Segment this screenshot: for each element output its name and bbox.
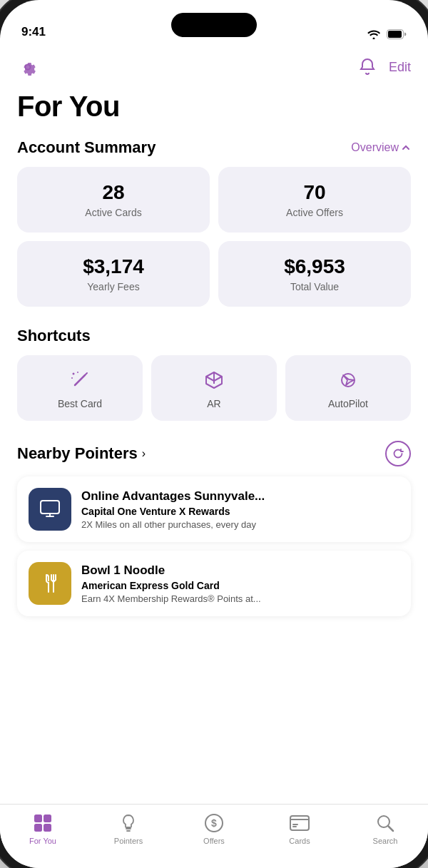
- edit-button[interactable]: Edit: [389, 60, 411, 75]
- active-cards-label: Active Cards: [29, 207, 198, 218]
- battery-icon: [387, 29, 407, 39]
- refresh-button[interactable]: [385, 441, 411, 466]
- tab-bar: For You Pointers $ Offers: [0, 804, 428, 868]
- pointer-info-1: Bowl 1 Noodle American Express Gold Card…: [81, 563, 399, 604]
- yearly-fees-number: $3,174: [29, 255, 198, 278]
- tab-pointers[interactable]: Pointers: [86, 813, 171, 845]
- pointer-icon-0: [29, 488, 71, 531]
- total-value-number: $6,953: [230, 255, 399, 278]
- search-icon: [376, 814, 394, 832]
- wifi-icon: [367, 29, 381, 39]
- pointer-name-0: Online Advantages Sunnyvale...: [81, 489, 399, 504]
- svg-line-3: [85, 373, 87, 375]
- svg-text:$: $: [211, 817, 217, 829]
- svg-rect-1: [388, 31, 402, 38]
- svg-line-2: [75, 375, 85, 385]
- autopilot-shortcut[interactable]: AutoPilot: [285, 355, 411, 421]
- offers-tab-icon: $: [204, 813, 224, 833]
- cards-tab-icon: [290, 813, 310, 833]
- main-content: Edit For You Account Summary Overview 28…: [0, 46, 428, 804]
- fork-icon: [41, 573, 59, 593]
- shortcuts-title: Shortcuts: [17, 327, 91, 344]
- nearby-title-wrap: Nearby Pointers ›: [17, 444, 146, 463]
- pointer-desc-1: Earn 4X Membership Rewards® Points at...: [81, 593, 399, 604]
- pointer-name-1: Bowl 1 Noodle: [81, 563, 399, 578]
- autopilot-icon: [337, 369, 359, 391]
- page-title: For You: [17, 91, 411, 123]
- yearly-fees-card: $3,174 Yearly Fees: [17, 241, 210, 307]
- tab-cards[interactable]: Cards: [257, 813, 342, 845]
- phone-frame: 9:41: [0, 0, 428, 868]
- pointer-info-0: Online Advantages Sunnyvale... Capital O…: [81, 489, 399, 530]
- svg-rect-9: [34, 815, 42, 822]
- svg-point-5: [77, 372, 78, 373]
- active-offers-label: Active Offers: [230, 207, 399, 218]
- search-tab-icon: [375, 813, 395, 833]
- chevron-up-icon: [401, 143, 411, 153]
- tab-for-you[interactable]: For You: [0, 813, 86, 845]
- active-offers-card: 70 Active Offers: [218, 167, 411, 233]
- nearby-title: Nearby Pointers: [17, 444, 138, 463]
- pointer-desc-0: 2X Miles on all other purchases, every d…: [81, 519, 399, 530]
- yearly-fees-label: Yearly Fees: [29, 281, 198, 292]
- pointer-card-0[interactable]: Online Advantages Sunnyvale... Capital O…: [17, 476, 411, 542]
- header-row: Edit: [17, 53, 411, 78]
- account-summary-header: Account Summary Overview: [17, 138, 411, 157]
- account-summary-title: Account Summary: [17, 138, 156, 157]
- shortcuts-grid: Best Card AR AutoPilot: [17, 355, 411, 421]
- pointers-tab-label: Pointers: [114, 837, 143, 845]
- dynamic-island: [171, 13, 257, 37]
- svg-rect-12: [44, 824, 51, 832]
- pointer-card-1[interactable]: Bowl 1 Noodle American Express Gold Card…: [17, 551, 411, 616]
- active-offers-number: 70: [230, 181, 399, 204]
- active-cards-number: 28: [29, 181, 198, 204]
- bulb-icon: [120, 813, 137, 833]
- total-value-label: Total Value: [230, 281, 399, 292]
- cards-tab-label: Cards: [289, 837, 310, 845]
- for-you-tab-icon: [33, 813, 53, 833]
- pointers-tab-icon: [118, 813, 138, 833]
- ar-shortcut[interactable]: AR: [151, 355, 277, 421]
- shortcuts-section: Shortcuts Best Card: [17, 327, 411, 421]
- pointer-icon-1: [29, 562, 71, 605]
- settings-button[interactable]: [17, 56, 39, 78]
- autopilot-label: AutoPilot: [328, 398, 368, 409]
- for-you-tab-label: For You: [29, 837, 56, 845]
- stats-grid: 28 Active Cards 70 Active Offers $3,174 …: [17, 167, 411, 307]
- overview-link[interactable]: Overview: [351, 141, 411, 154]
- best-card-label: Best Card: [58, 398, 102, 409]
- ar-label: AR: [207, 398, 220, 409]
- tab-search[interactable]: Search: [342, 813, 428, 845]
- notifications-button[interactable]: [357, 57, 377, 77]
- status-icons: [367, 29, 407, 39]
- nearby-chevron-icon: ›: [142, 447, 146, 460]
- header-right: Edit: [357, 57, 411, 77]
- svg-point-6: [71, 377, 73, 379]
- svg-rect-8: [41, 501, 59, 514]
- ar-icon: [203, 369, 225, 391]
- wand-icon: [69, 369, 91, 391]
- dollar-circle-icon: $: [204, 813, 224, 833]
- total-value-card: $6,953 Total Value: [218, 241, 411, 307]
- grid-icon: [33, 813, 53, 833]
- offers-tab-label: Offers: [203, 837, 225, 845]
- refresh-icon: [392, 448, 404, 459]
- gear-icon: [19, 58, 37, 76]
- svg-rect-10: [44, 815, 51, 822]
- nearby-pointers-header: Nearby Pointers ›: [17, 441, 411, 466]
- status-time: 9:41: [21, 25, 46, 39]
- pointer-card-name-1: American Express Gold Card: [81, 580, 399, 591]
- best-card-shortcut[interactable]: Best Card: [17, 355, 143, 421]
- monitor-icon: [39, 499, 61, 519]
- bell-icon: [359, 58, 376, 76]
- svg-rect-15: [290, 816, 309, 830]
- svg-point-4: [73, 373, 75, 375]
- tab-offers[interactable]: $ Offers: [171, 813, 257, 845]
- svg-line-17: [388, 826, 393, 831]
- card-icon: [290, 815, 310, 831]
- pointer-card-name-0: Capital One Venture X Rewards: [81, 506, 399, 517]
- svg-rect-11: [34, 824, 42, 832]
- active-cards-card: 28 Active Cards: [17, 167, 210, 233]
- search-tab-label: Search: [373, 837, 398, 845]
